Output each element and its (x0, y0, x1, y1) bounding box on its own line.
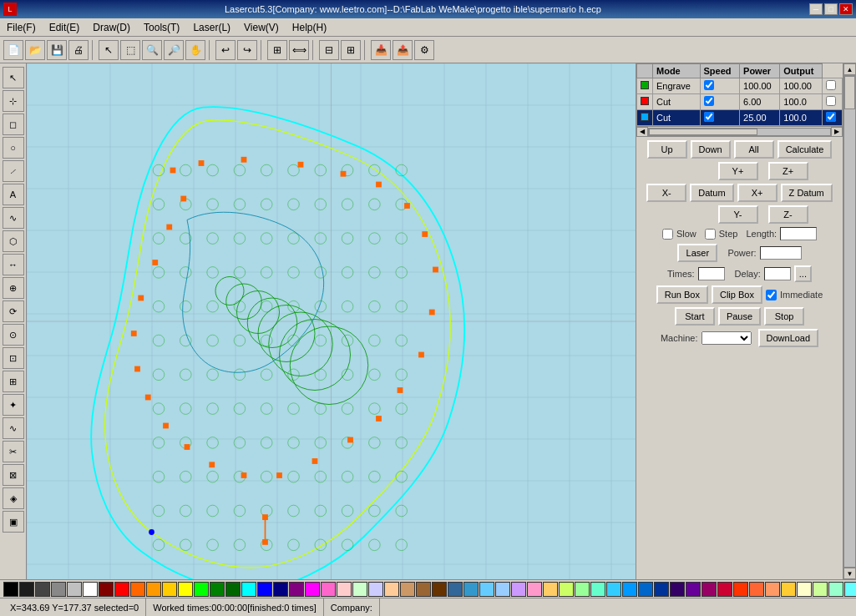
grid-tool[interactable]: ⊞ (341, 40, 361, 60)
color-swatch-31[interactable] (495, 582, 510, 597)
color-swatch-23[interactable] (368, 582, 383, 597)
menu-draw[interactable]: Draw(D) (86, 20, 137, 35)
menu-edit[interactable]: Edit(E) (43, 20, 87, 35)
group-tool[interactable]: ⊠ (3, 464, 24, 486)
xminus-button[interactable]: X- (646, 184, 686, 202)
color-swatch-25[interactable] (400, 582, 415, 597)
align-tool[interactable]: ⊟ (319, 40, 339, 60)
rect-tool[interactable]: ◻ (3, 114, 24, 135)
color-swatch-38[interactable] (606, 582, 621, 597)
color-swatch-18[interactable] (289, 582, 304, 597)
color-swatch-52[interactable] (828, 582, 843, 597)
wave-tool[interactable]: ∿ (3, 417, 24, 439)
node-tool[interactable]: ⊹ (3, 90, 24, 112)
color-swatch-39[interactable] (622, 582, 637, 597)
color-swatch-53[interactable] (844, 582, 856, 597)
cursor-tool[interactable]: ↖ (99, 40, 119, 60)
color-swatch-36[interactable] (575, 582, 590, 597)
mirror-tool[interactable]: ⟺ (289, 40, 309, 60)
settings-button[interactable]: ⚙ (414, 40, 434, 60)
close-button[interactable]: ✕ (839, 3, 853, 15)
star-tool[interactable]: ✦ (3, 394, 24, 416)
color-swatch-35[interactable] (559, 582, 574, 597)
power-input[interactable]: 10.00 (760, 246, 802, 260)
color-swatch-33[interactable] (527, 582, 542, 597)
bezier-tool[interactable]: ∿ (3, 207, 24, 229)
text-tool[interactable]: A (3, 184, 24, 205)
color-swatch-17[interactable] (273, 582, 288, 597)
color-swatch-44[interactable] (702, 582, 717, 597)
scroll-thumb[interactable] (649, 129, 757, 135)
color-swatch-10[interactable] (162, 582, 177, 597)
grid2-tool[interactable]: ⊞ (3, 371, 24, 392)
menu-tools[interactable]: Tools(T) (137, 20, 186, 35)
color-swatch-40[interactable] (638, 582, 653, 597)
color-swatch-14[interactable] (225, 582, 241, 597)
color-swatch-30[interactable] (479, 582, 494, 597)
drawing-canvas[interactable] (27, 63, 636, 579)
calculate-button[interactable]: Calculate (777, 140, 833, 159)
machine-select[interactable] (702, 331, 752, 345)
datum-button[interactable]: Datum (690, 184, 733, 202)
color-swatch-0[interactable] (3, 582, 18, 597)
color-swatch-4[interactable] (67, 582, 82, 597)
color-swatch-34[interactable] (543, 582, 558, 597)
layer-row-2[interactable]: Cut 25.00 100.0 (637, 110, 843, 126)
rotate-tool[interactable]: ⟳ (3, 300, 24, 322)
color-swatch-46[interactable] (733, 582, 748, 597)
color-swatch-13[interactable] (210, 582, 225, 597)
color-swatch-21[interactable] (337, 582, 352, 597)
vscroll-up-arrow[interactable]: ▲ (843, 63, 856, 75)
zminus-button[interactable]: Z- (768, 205, 808, 224)
open-button[interactable]: 📂 (25, 40, 45, 60)
color-swatch-20[interactable] (321, 582, 336, 597)
slow-checkbox[interactable] (662, 229, 673, 240)
color-swatch-29[interactable] (463, 582, 479, 597)
color-swatch-7[interactable] (114, 582, 129, 597)
scroll-track[interactable] (648, 128, 831, 136)
menu-file[interactable]: File(F) (0, 20, 43, 35)
xplus-button[interactable]: X+ (737, 184, 777, 202)
times-input[interactable]: 1 (698, 267, 725, 280)
color-swatch-2[interactable] (35, 582, 50, 597)
minimize-button[interactable]: ─ (809, 3, 823, 15)
color-swatch-19[interactable] (305, 582, 320, 597)
length-input[interactable]: 50.00 (780, 227, 817, 240)
zoom-in-tool[interactable]: 🔍 (142, 40, 162, 60)
color-swatch-41[interactable] (654, 582, 669, 597)
menu-view[interactable]: View(V) (237, 20, 286, 35)
color-swatch-28[interactable] (448, 582, 463, 597)
hatch-tool[interactable]: ◈ (3, 487, 24, 509)
transform-tool[interactable]: ⊞ (267, 40, 287, 60)
color-swatch-47[interactable] (749, 582, 764, 597)
color-swatch-45[interactable] (717, 582, 732, 597)
color-swatch-11[interactable] (178, 582, 193, 597)
up-button[interactable]: Up (647, 140, 687, 159)
cut-tool[interactable]: ✂ (3, 441, 24, 462)
step-checkbox[interactable] (705, 229, 716, 240)
color-swatch-48[interactable] (765, 582, 780, 597)
color-swatch-8[interactable] (130, 582, 145, 597)
print-button[interactable]: 🖨 (68, 40, 89, 60)
select-tool[interactable]: ⬚ (120, 40, 140, 60)
color-swatch-1[interactable] (19, 582, 34, 597)
zplus-button[interactable]: Z+ (768, 162, 808, 180)
color-swatch-32[interactable] (511, 582, 526, 597)
vscroll-track[interactable] (843, 75, 856, 568)
table-scrollbar[interactable]: ◀ ▶ (636, 127, 843, 137)
delay-input[interactable]: 0 (764, 267, 791, 280)
color-swatch-5[interactable] (83, 582, 98, 597)
zoom-out-tool[interactable]: 🔎 (164, 40, 184, 60)
circle-tool[interactable]: ○ (3, 137, 24, 159)
immediate-checkbox[interactable] (766, 290, 777, 300)
yplus-button[interactable]: Y+ (718, 162, 758, 180)
color-swatch-6[interactable] (99, 582, 114, 597)
color-swatch-49[interactable] (781, 582, 796, 597)
layer-row-1[interactable]: Cut 6.00 100.0 (637, 94, 843, 110)
all-button[interactable]: All (734, 140, 774, 159)
download-button[interactable]: DownLoad (758, 329, 819, 347)
canvas-area[interactable] (27, 63, 636, 579)
clipbox-button[interactable]: Clip Box (712, 285, 762, 304)
laser-button[interactable]: Laser (677, 244, 717, 262)
redo-button[interactable]: ↪ (237, 40, 257, 60)
